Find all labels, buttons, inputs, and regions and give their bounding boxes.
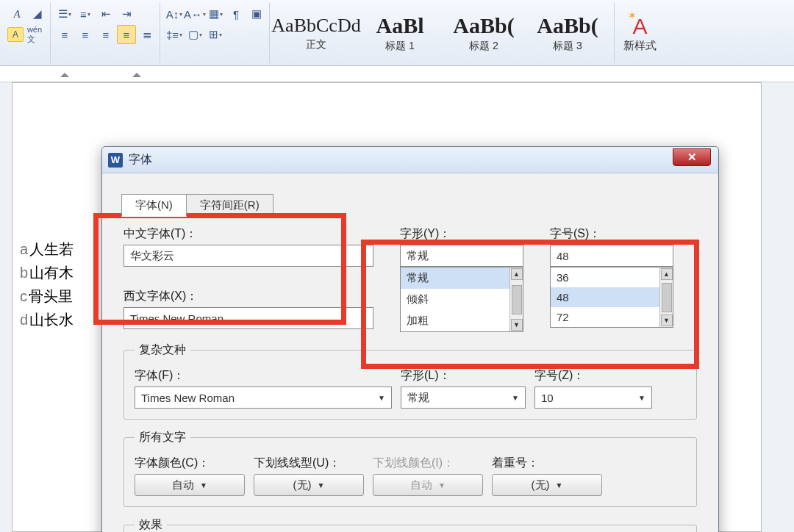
style-heading3[interactable]: AaBb( 标题 3	[527, 6, 608, 60]
align-left-icon[interactable]: ≡	[55, 25, 74, 44]
dialog-titlebar[interactable]: W 字体 ✕	[102, 147, 718, 173]
styles-gallery: AaBbCcDd 正文 AaBl 标题 1 AaBb( 标题 2 AaBb( 标…	[271, 3, 612, 63]
line-spacing-icon[interactable]: ‡≡▾	[165, 25, 184, 44]
ribbon-group-spacing: A↕▾ A↔▾ ▦▾ ¶ ▣ ‡≡▾ ▢▾ ⊞▾	[162, 3, 270, 63]
scroll-thumb[interactable]	[512, 285, 522, 314]
chevron-down-icon[interactable]: ▼	[318, 481, 325, 489]
complex-script-group: 复杂文种 字体(F)： Times New Roman▼ 字形(L)： 常规▼	[124, 342, 697, 420]
western-font-input[interactable]: Times New Roman▼	[124, 307, 373, 329]
font-size-label: 字号(S)：	[550, 226, 682, 242]
emphasis-label: 着重号：	[492, 456, 602, 471]
chinese-font-label: 中文字体(T)：	[124, 226, 373, 242]
font-color-label: 字体颜色(C)：	[135, 456, 245, 471]
complex-style-input[interactable]: 常规▼	[401, 387, 526, 409]
ribbon: A ◢ A wén文 ☰▾ ≡▾ ⇤ ⇥ ≡ ≡ ≡ ≡ ≣ A↕▾ A↔▾ ▦…	[0, 0, 794, 66]
alltext-legend: 所有文字	[135, 430, 190, 445]
shading-icon[interactable]: ▢▾	[185, 25, 204, 44]
highlight-icon[interactable]: A	[7, 27, 24, 42]
style-normal[interactable]: AaBbCcDd 正文	[276, 6, 357, 60]
list-item[interactable]: 加粗	[401, 310, 523, 331]
char-scale-icon[interactable]: A↔▾	[185, 4, 204, 24]
all-text-group: 所有文字 字体颜色(C)： 自动▼ 下划线线型(U)： (无)▼ 下划线颜色(I…	[124, 430, 697, 507]
complex-style-label: 字形(L)：	[401, 368, 526, 384]
scrollbar[interactable]: ▲ ▼	[659, 267, 673, 327]
chinese-font-input[interactable]: 华文彩云▼	[124, 245, 373, 267]
dialog-title: 字体	[129, 152, 152, 168]
scroll-thumb[interactable]	[662, 283, 672, 312]
chevron-down-icon[interactable]: ▼	[360, 252, 367, 260]
scrollbar[interactable]: ▲ ▼	[509, 267, 523, 331]
chevron-down-icon[interactable]: ▼	[556, 481, 563, 489]
chevron-down-icon[interactable]: ▼	[200, 481, 207, 489]
list-item[interactable]: 72	[551, 307, 673, 327]
underline-combo[interactable]: (无)▼	[254, 474, 364, 496]
dialog-content: 字体(N) 字符间距(R) 中文字体(T)： 华文彩云▼ 西文字体(X)： Ti…	[102, 173, 718, 532]
clear-format-icon[interactable]: A	[7, 4, 26, 24]
chevron-down-icon[interactable]: ▼	[378, 394, 385, 402]
font-size-input[interactable]: 48	[550, 245, 673, 267]
font-style-label: 字形(Y)：	[400, 226, 532, 242]
select-object-icon[interactable]: ▣	[247, 4, 266, 24]
underline-color-label: 下划线颜色(I)：	[373, 456, 483, 471]
font-style-input[interactable]: 常规	[400, 245, 523, 267]
align-center-icon[interactable]: ≡	[76, 25, 95, 44]
complex-size-input[interactable]: 10▼	[534, 387, 652, 409]
effects-group: 效果 删除线(K) 阴影(W) 小型大写字母(M) 双删除线(G) 空心(O) …	[124, 517, 697, 532]
complex-font-label: 字体(F)：	[135, 368, 392, 384]
underline-label: 下划线线型(U)：	[254, 456, 364, 471]
chevron-down-icon[interactable]: ▼	[360, 314, 367, 323]
underline-color-combo: 自动▼	[373, 474, 483, 496]
new-style-button[interactable]: A✶ 新样式	[616, 3, 664, 63]
text-direction-icon[interactable]: A↕▾	[165, 4, 184, 24]
bullets-icon[interactable]: ☰▾	[55, 4, 74, 24]
distribute-icon[interactable]: ≣	[137, 25, 157, 44]
emphasis-combo[interactable]: (无)▼	[492, 474, 602, 496]
dialog-tabs: 字体(N) 字符间距(R)	[121, 194, 699, 217]
table-icon[interactable]: ▦▾	[206, 4, 225, 24]
chevron-down-icon[interactable]: ▼	[512, 394, 519, 402]
increase-indent-icon[interactable]: ⇥	[117, 4, 136, 24]
style-heading2[interactable]: AaBb( 标题 2	[443, 6, 524, 60]
effects-legend: 效果	[135, 517, 167, 532]
document-area: a人生若 b山有木 c骨头里 d山长水 W 字体 ✕ 字体(N) 字符间距(R)…	[0, 82, 794, 532]
scroll-up-icon[interactable]: ▲	[661, 268, 673, 280]
scroll-down-icon[interactable]: ▼	[661, 314, 673, 326]
align-right-icon[interactable]: ≡	[96, 25, 115, 44]
complex-legend: 复杂文种	[135, 342, 190, 358]
tab-spacing[interactable]: 字符间距(R)	[186, 194, 273, 217]
list-item[interactable]: 常规	[401, 267, 523, 289]
complex-font-input[interactable]: Times New Roman▼	[135, 387, 392, 409]
borders-icon[interactable]: ⊞▾	[206, 25, 225, 44]
close-button[interactable]: ✕	[673, 148, 711, 166]
decrease-indent-icon[interactable]: ⇤	[96, 4, 115, 24]
font-size-list[interactable]: 36 48 72 ▲ ▼	[550, 267, 673, 328]
ribbon-group-paragraph: ☰▾ ≡▾ ⇤ ⇥ ≡ ≡ ≡ ≡ ≣	[52, 3, 160, 63]
tab-font[interactable]: 字体(N)	[121, 194, 187, 217]
complex-size-label: 字号(Z)：	[534, 368, 652, 384]
western-font-label: 西文字体(X)：	[124, 289, 373, 304]
chevron-down-icon[interactable]: ▼	[638, 394, 645, 402]
list-item[interactable]: 48	[551, 287, 673, 307]
align-justify-icon[interactable]: ≡	[117, 25, 136, 44]
scroll-down-icon[interactable]: ▼	[511, 319, 523, 331]
list-item[interactable]: 倾斜	[401, 289, 523, 310]
font-style-list[interactable]: 常规 倾斜 加粗 ▲ ▼	[400, 267, 523, 332]
ruler[interactable]	[0, 66, 794, 82]
list-item[interactable]: 36	[551, 267, 673, 287]
phonetic-icon[interactable]: wén文	[25, 25, 44, 44]
text-wrap-icon[interactable]: ¶	[226, 4, 246, 24]
numbering-icon[interactable]: ≡▾	[76, 4, 95, 24]
app-icon: W	[108, 153, 123, 168]
scroll-up-icon[interactable]: ▲	[511, 268, 523, 280]
ribbon-group-format: A ◢ A wén文	[4, 3, 51, 63]
font-color-combo[interactable]: 自动▼	[135, 474, 245, 496]
style-heading1[interactable]: AaBl 标题 1	[360, 6, 440, 60]
font-dialog: W 字体 ✕ 字体(N) 字符间距(R) 中文字体(T)： 华文彩云▼	[101, 146, 719, 532]
eraser-icon[interactable]: ◢	[28, 4, 47, 24]
